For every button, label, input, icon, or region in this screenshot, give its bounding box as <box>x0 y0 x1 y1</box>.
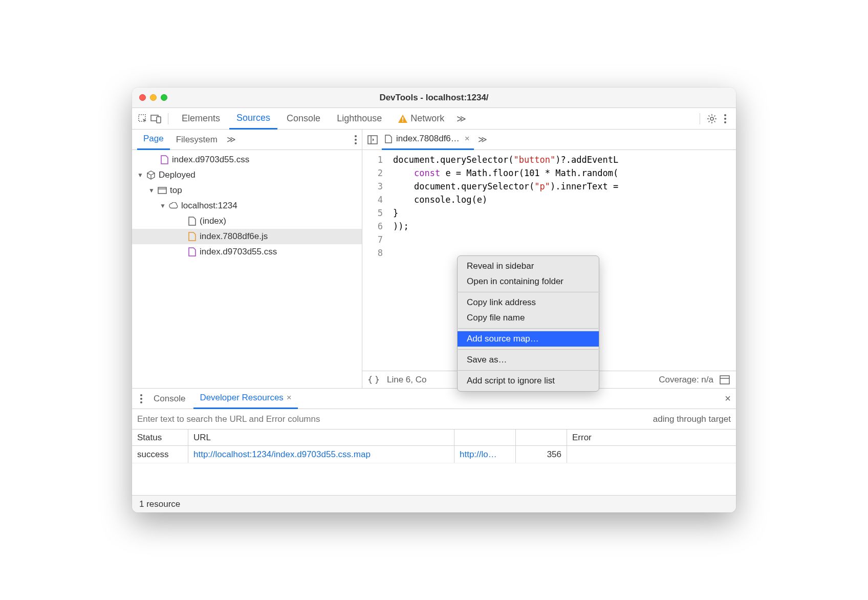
menu-open-containing-folder[interactable]: Open in containing folder <box>458 274 599 289</box>
menu-reveal-in-sidebar[interactable]: Reveal in sidebar <box>458 259 599 274</box>
column-header-status[interactable]: Status <box>132 430 188 445</box>
menu-copy-file-name[interactable]: Copy file name <box>458 310 599 326</box>
drawer-kebab-icon[interactable] <box>137 394 145 403</box>
svg-point-6 <box>724 114 726 116</box>
cursor-position-label: Line 6, Co <box>387 375 427 385</box>
kebab-menu-icon[interactable] <box>720 113 731 124</box>
cell-size: 356 <box>516 446 567 463</box>
file-tree-item-css2[interactable]: index.d9703d55.css <box>132 244 362 260</box>
settings-gear-icon[interactable] <box>706 113 718 124</box>
tab-elements[interactable]: Elements <box>175 108 227 130</box>
device-toggle-icon[interactable] <box>150 113 162 124</box>
menu-save-as[interactable]: Save as… <box>458 352 599 368</box>
inspect-icon[interactable] <box>137 113 148 124</box>
column-header-initiator[interactable] <box>454 430 516 445</box>
navigator-tab-filesystem[interactable]: Filesystem <box>170 130 224 150</box>
disclosure-triangle-icon: ▼ <box>160 202 166 209</box>
devtools-window: DevTools - localhost:1234/ Elements Sour… <box>132 88 736 512</box>
window-title: DevTools - localhost:1234/ <box>132 93 736 103</box>
svg-point-10 <box>355 139 357 141</box>
drawer-filter-row: ading through target <box>132 409 736 430</box>
drawer-panel: Console Developer Resources × × ading th… <box>132 388 736 512</box>
svg-point-5 <box>710 117 713 120</box>
cell-error <box>567 446 736 463</box>
drawer-tab-bar: Console Developer Resources × × <box>132 389 736 409</box>
file-tree-item-index[interactable]: (index) <box>132 213 362 229</box>
context-menu: Reveal in sidebar Open in containing fol… <box>457 255 599 392</box>
js-file-icon <box>187 232 197 241</box>
table-row[interactable]: success http://localhost:1234/index.d970… <box>132 446 736 463</box>
warning-icon <box>398 115 407 123</box>
svg-point-11 <box>355 142 357 144</box>
cloud-icon <box>169 201 178 210</box>
menu-add-source-map[interactable]: Add source map… <box>458 331 599 347</box>
svg-point-20 <box>140 401 142 403</box>
more-editor-tabs-icon[interactable]: ≫ <box>478 134 487 145</box>
disclosure-triangle-icon: ▼ <box>137 172 143 179</box>
pretty-print-icon[interactable] <box>368 376 379 384</box>
file-tree-frame-top[interactable]: ▼ top <box>132 183 362 198</box>
drawer-tab-developer-resources[interactable]: Developer Resources × <box>193 389 297 409</box>
resources-table-header: Status URL Error <box>132 430 736 446</box>
svg-rect-12 <box>158 187 166 194</box>
svg-point-7 <box>724 118 726 120</box>
more-tabs-icon[interactable]: ≫ <box>453 113 469 124</box>
drawer-tab-console[interactable]: Console <box>147 389 191 409</box>
file-tree: index.d9703d55.css ▼ Deployed ▼ top ▼ lo… <box>132 150 362 388</box>
more-navigator-tabs-icon[interactable]: ≫ <box>224 134 239 145</box>
menu-copy-link-address[interactable]: Copy link address <box>458 295 599 310</box>
svg-rect-4 <box>402 120 403 121</box>
navigator-kebab-icon[interactable] <box>355 135 357 144</box>
svg-point-8 <box>724 121 726 123</box>
file-tree-item-css[interactable]: index.d9703d55.css <box>132 152 362 167</box>
tab-lighthouse[interactable]: Lighthouse <box>330 108 389 130</box>
svg-rect-3 <box>402 117 403 120</box>
column-header-size[interactable] <box>516 430 567 445</box>
toggle-sidebar-right-icon[interactable] <box>720 375 730 384</box>
svg-point-19 <box>140 398 142 400</box>
document-file-icon <box>187 217 197 226</box>
svg-rect-16 <box>720 376 729 384</box>
column-header-url[interactable]: URL <box>188 430 454 445</box>
file-tree-item-js[interactable]: index.7808df6e.js <box>132 229 362 244</box>
navigator-tabs: Page Filesystem ≫ <box>132 130 362 150</box>
column-header-error[interactable]: Error <box>567 430 736 445</box>
menu-add-to-ignore-list[interactable]: Add script to ignore list <box>458 373 599 389</box>
tab-console[interactable]: Console <box>279 108 328 130</box>
file-tree-domain[interactable]: ▼ localhost:1234 <box>132 198 362 213</box>
coverage-label: Coverage: n/a <box>659 375 713 385</box>
svg-point-18 <box>140 394 142 396</box>
editor-file-tab[interactable]: index.7808df6… × <box>382 130 474 150</box>
css-file-icon <box>187 247 197 256</box>
navigator-pane: Page Filesystem ≫ index.d9703d55.css ▼ D… <box>132 130 362 388</box>
cell-status: success <box>132 446 188 463</box>
cube-icon <box>146 170 156 180</box>
cell-initiator: http://lo… <box>454 446 516 463</box>
loading-through-target-label: ading through target <box>653 414 731 424</box>
js-file-icon <box>384 134 393 143</box>
search-input[interactable] <box>137 414 653 424</box>
resources-table-body: success http://localhost:1234/index.d970… <box>132 446 736 495</box>
navigator-tab-page[interactable]: Page <box>137 130 170 150</box>
close-drawer-icon[interactable]: × <box>725 393 731 404</box>
tab-sources[interactable]: Sources <box>229 108 277 130</box>
toggle-navigator-icon[interactable] <box>367 135 378 144</box>
line-gutter: 12345678 <box>362 150 388 371</box>
frame-icon <box>158 186 167 195</box>
main-tab-bar: Elements Sources Console Lighthouse Netw… <box>132 108 736 130</box>
close-drawer-tab-icon[interactable]: × <box>287 393 292 403</box>
close-tab-icon[interactable]: × <box>463 134 472 144</box>
file-tree-group-deployed[interactable]: ▼ Deployed <box>132 167 362 183</box>
drawer-footer: 1 resource <box>132 495 736 512</box>
editor-tab-bar: index.7808df6… × ≫ <box>362 130 736 150</box>
disclosure-triangle-icon: ▼ <box>148 187 155 194</box>
css-file-icon <box>160 155 169 164</box>
tab-network[interactable]: Network <box>391 108 451 130</box>
svg-point-9 <box>355 135 357 137</box>
cell-url: http://localhost:1234/index.d9703d55.css… <box>188 446 454 463</box>
titlebar: DevTools - localhost:1234/ <box>132 88 736 108</box>
svg-rect-2 <box>157 117 161 123</box>
